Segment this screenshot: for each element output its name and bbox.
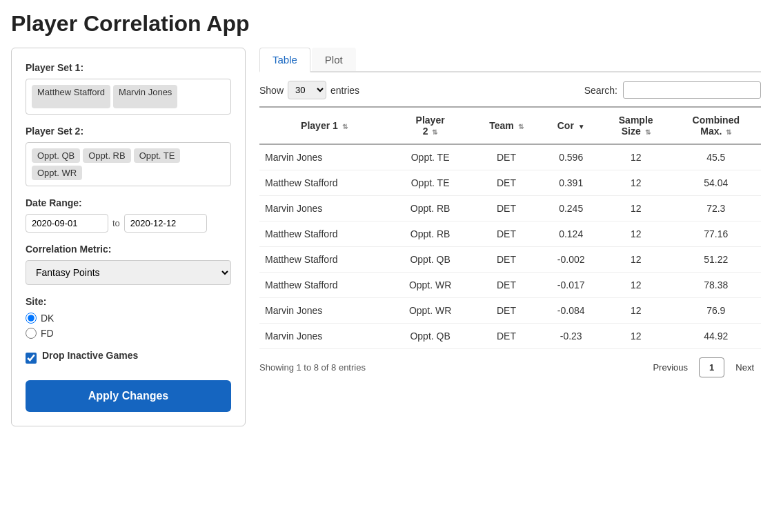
- correlation-table: Player 1 ⇅ Player2 ⇅ Team ⇅ Cor ▼: [259, 106, 761, 349]
- player-set2-label: Player Set 2:: [26, 126, 231, 137]
- date-from-input[interactable]: [26, 214, 108, 233]
- cell-combined-4: 51.22: [671, 247, 761, 273]
- player-set2-tag-3: Oppt. WR: [32, 166, 82, 180]
- drop-inactive-checkbox[interactable]: [26, 353, 37, 364]
- cell-sample-3: 12: [601, 221, 671, 247]
- site-radio-group: DK FD: [26, 313, 231, 339]
- col-header-team[interactable]: Team ⇅: [471, 107, 541, 144]
- cell-player1-5: Matthew Stafford: [259, 273, 389, 298]
- left-panel: Player Set 1: Matthew Stafford Marvin Jo…: [11, 48, 246, 426]
- next-button[interactable]: Next: [729, 358, 761, 377]
- col-header-cor[interactable]: Cor ▼: [542, 107, 601, 144]
- cell-cor-4: -0.002: [542, 247, 601, 273]
- site-label: Site:: [26, 296, 231, 307]
- col-header-sample[interactable]: SampleSize ⇅: [601, 107, 671, 144]
- cell-player1-1: Matthew Stafford: [259, 170, 389, 196]
- cell-player1-7: Marvin Jones: [259, 324, 389, 349]
- right-panel: Table Plot Show 10 25 30 50 100 entries …: [259, 48, 761, 377]
- cell-team-7: DET: [471, 324, 541, 349]
- cell-player2-3: Oppt. RB: [389, 221, 472, 247]
- sort-icon-combined: ⇅: [726, 128, 731, 136]
- date-to-input[interactable]: [124, 214, 207, 233]
- cell-cor-5: -0.017: [542, 273, 601, 298]
- site-dk-label: DK: [41, 313, 54, 324]
- cell-combined-1: 54.04: [671, 170, 761, 196]
- table-row: Marvin Jones Oppt. WR DET -0.084 12 76.9: [259, 298, 761, 324]
- cell-player2-5: Oppt. WR: [389, 273, 472, 298]
- player-set1-tag-0: Matthew Stafford: [32, 85, 110, 108]
- col-header-combined[interactable]: CombinedMax. ⇅: [671, 107, 761, 144]
- cell-team-2: DET: [471, 196, 541, 221]
- cell-sample-7: 12: [601, 324, 671, 349]
- col-header-player1[interactable]: Player 1 ⇅: [259, 107, 389, 144]
- table-row: Matthew Stafford Oppt. TE DET 0.391 12 5…: [259, 170, 761, 196]
- pagination-controls: Previous 1 Next: [646, 357, 761, 377]
- site-radio-dk[interactable]: [26, 313, 37, 324]
- cell-sample-5: 12: [601, 273, 671, 298]
- sort-icon-cor: ▼: [578, 123, 585, 130]
- sort-icon-sample: ⇅: [645, 128, 651, 136]
- cell-cor-1: 0.391: [542, 170, 601, 196]
- cell-combined-0: 45.5: [671, 144, 761, 170]
- site-radio-fd[interactable]: [26, 328, 37, 339]
- cell-player2-7: Oppt. QB: [389, 324, 472, 349]
- cell-player2-6: Oppt. WR: [389, 298, 472, 324]
- sort-icon-team: ⇅: [518, 123, 524, 130]
- correlation-metric-select[interactable]: Fantasy Points DK Points FD Points: [26, 260, 231, 285]
- cell-player2-4: Oppt. QB: [389, 247, 472, 273]
- cell-cor-7: -0.23: [542, 324, 601, 349]
- table-row: Marvin Jones Oppt. QB DET -0.23 12 44.92: [259, 324, 761, 349]
- table-row: Marvin Jones Oppt. TE DET 0.596 12 45.5: [259, 144, 761, 170]
- cell-player1-0: Marvin Jones: [259, 144, 389, 170]
- col-header-player2[interactable]: Player2 ⇅: [389, 107, 472, 144]
- cell-team-3: DET: [471, 221, 541, 247]
- cell-combined-5: 78.38: [671, 273, 761, 298]
- table-row: Marvin Jones Oppt. RB DET 0.245 12 72.3: [259, 196, 761, 221]
- player-set1-label: Player Set 1:: [26, 62, 231, 73]
- apply-changes-button[interactable]: Apply Changes: [26, 380, 231, 412]
- sort-icon-player2: ⇅: [432, 128, 437, 136]
- cell-combined-2: 72.3: [671, 196, 761, 221]
- date-range-label: Date Range:: [26, 197, 231, 208]
- cell-combined-6: 76.9: [671, 298, 761, 324]
- player-set1-tagbox[interactable]: Matthew Stafford Marvin Jones: [26, 79, 231, 115]
- table-row: Matthew Stafford Oppt. QB DET -0.002 12 …: [259, 247, 761, 273]
- date-separator: to: [112, 218, 120, 228]
- app-title: Player Correlation App: [11, 11, 761, 37]
- tab-plot[interactable]: Plot: [312, 48, 356, 71]
- cell-player1-6: Marvin Jones: [259, 298, 389, 324]
- search-input[interactable]: [623, 81, 761, 99]
- table-controls: Show 10 25 30 50 100 entries Search:: [259, 81, 761, 99]
- show-entries-select[interactable]: 10 25 30 50 100: [288, 81, 326, 99]
- entries-label: entries: [330, 85, 359, 96]
- search-label: Search:: [584, 85, 617, 96]
- cell-player2-0: Oppt. TE: [389, 144, 472, 170]
- cell-cor-6: -0.084: [542, 298, 601, 324]
- cell-team-4: DET: [471, 247, 541, 273]
- page-1-button[interactable]: 1: [699, 357, 724, 377]
- prev-button[interactable]: Previous: [646, 358, 695, 377]
- table-row: Matthew Stafford Oppt. RB DET 0.124 12 7…: [259, 221, 761, 247]
- player-set2-tag-0: Oppt. QB: [32, 148, 80, 163]
- table-row: Matthew Stafford Oppt. WR DET -0.017 12 …: [259, 273, 761, 298]
- player-set2-tagbox[interactable]: Oppt. QB Oppt. RB Oppt. TE Oppt. WR: [26, 142, 231, 186]
- pagination: Showing 1 to 8 of 8 entries Previous 1 N…: [259, 357, 761, 377]
- cell-player1-4: Matthew Stafford: [259, 247, 389, 273]
- cell-sample-0: 12: [601, 144, 671, 170]
- tab-bar: Table Plot: [259, 48, 761, 72]
- cell-cor-0: 0.596: [542, 144, 601, 170]
- cell-team-0: DET: [471, 144, 541, 170]
- cell-sample-4: 12: [601, 247, 671, 273]
- tab-table[interactable]: Table: [259, 48, 310, 72]
- correlation-metric-label: Correlation Metric:: [26, 244, 231, 255]
- cell-cor-2: 0.245: [542, 196, 601, 221]
- cell-sample-2: 12: [601, 196, 671, 221]
- show-label: Show: [259, 85, 284, 96]
- cell-cor-3: 0.124: [542, 221, 601, 247]
- cell-combined-7: 44.92: [671, 324, 761, 349]
- player-set1-tag-1: Marvin Jones: [113, 85, 177, 108]
- drop-inactive-label: Drop Inactive Games: [42, 350, 138, 361]
- cell-player1-3: Matthew Stafford: [259, 221, 389, 247]
- cell-team-5: DET: [471, 273, 541, 298]
- pagination-info: Showing 1 to 8 of 8 entries: [259, 362, 366, 373]
